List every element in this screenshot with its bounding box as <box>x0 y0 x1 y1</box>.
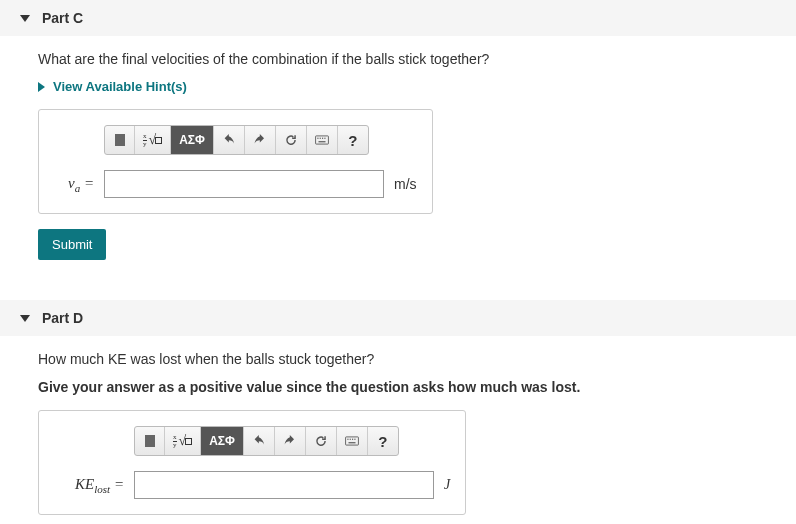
svg-rect-1 <box>317 138 318 139</box>
redo-button[interactable] <box>245 126 276 154</box>
question-text: What are the final velocities of the com… <box>38 51 750 67</box>
svg-rect-9 <box>352 439 353 440</box>
variable-label: va = <box>54 175 94 194</box>
reset-icon <box>314 434 328 448</box>
part-title: Part D <box>42 310 83 326</box>
answer-box: xy √ ΑΣΦ ? <box>38 109 433 214</box>
svg-rect-10 <box>354 439 355 440</box>
undo-icon <box>222 133 236 147</box>
question-text: How much KE was lost when the balls stuc… <box>38 351 750 367</box>
answer-input[interactable] <box>134 471 434 499</box>
keyboard-icon <box>345 434 359 448</box>
part-title: Part C <box>42 10 83 26</box>
redo-icon <box>253 133 267 147</box>
undo-icon <box>252 434 266 448</box>
svg-rect-7 <box>347 439 348 440</box>
instruction-text: Give your answer as a positive value sin… <box>38 379 750 395</box>
variable-label: KElost = <box>54 476 124 495</box>
redo-icon <box>283 434 297 448</box>
reset-button[interactable] <box>306 427 337 455</box>
undo-button[interactable] <box>214 126 245 154</box>
caret-right-icon <box>38 82 45 92</box>
hints-label: View Available Hint(s) <box>53 79 187 94</box>
submit-button[interactable]: Submit <box>38 229 106 260</box>
keyboard-button[interactable] <box>307 126 338 154</box>
template-button[interactable] <box>135 427 165 455</box>
answer-input-row: KElost = J <box>54 471 450 499</box>
svg-rect-3 <box>322 138 323 139</box>
svg-rect-0 <box>315 136 328 144</box>
answer-input[interactable] <box>104 170 384 198</box>
redo-button[interactable] <box>275 427 306 455</box>
greek-button[interactable]: ΑΣΦ <box>171 126 214 154</box>
math-format-button[interactable]: xy √ <box>135 126 171 154</box>
caret-down-icon <box>20 15 30 22</box>
reset-icon <box>284 133 298 147</box>
undo-button[interactable] <box>244 427 275 455</box>
keyboard-icon <box>315 133 329 147</box>
template-icon <box>115 134 125 146</box>
help-button[interactable]: ? <box>368 427 398 455</box>
part-c-header[interactable]: Part C <box>0 0 796 36</box>
keyboard-button[interactable] <box>337 427 368 455</box>
svg-rect-5 <box>318 141 325 142</box>
sqrt-icon: xy √ <box>173 433 192 449</box>
reset-button[interactable] <box>276 126 307 154</box>
math-format-button[interactable]: xy √ <box>165 427 201 455</box>
svg-rect-2 <box>320 138 321 139</box>
unit-label: J <box>444 477 450 493</box>
svg-rect-8 <box>350 439 351 440</box>
equation-toolbar: xy √ ΑΣΦ ? <box>104 125 369 155</box>
caret-down-icon <box>20 315 30 322</box>
unit-label: m/s <box>394 176 417 192</box>
svg-rect-11 <box>348 442 355 443</box>
help-button[interactable]: ? <box>338 126 368 154</box>
part-d-body: How much KE was lost when the balls stuc… <box>0 351 750 524</box>
answer-input-row: va = m/s <box>54 170 417 198</box>
hints-toggle[interactable]: View Available Hint(s) <box>38 79 750 94</box>
greek-button[interactable]: ΑΣΦ <box>201 427 244 455</box>
svg-rect-6 <box>345 437 358 445</box>
template-button[interactable] <box>105 126 135 154</box>
sqrt-icon: xy √ <box>143 132 162 148</box>
part-c-body: What are the final velocities of the com… <box>0 51 750 280</box>
part-d-header[interactable]: Part D <box>0 300 796 336</box>
equation-toolbar: xy √ ΑΣΦ ? <box>134 426 399 456</box>
template-icon <box>145 435 155 447</box>
answer-box: xy √ ΑΣΦ ? <box>38 410 466 515</box>
svg-rect-4 <box>324 138 325 139</box>
